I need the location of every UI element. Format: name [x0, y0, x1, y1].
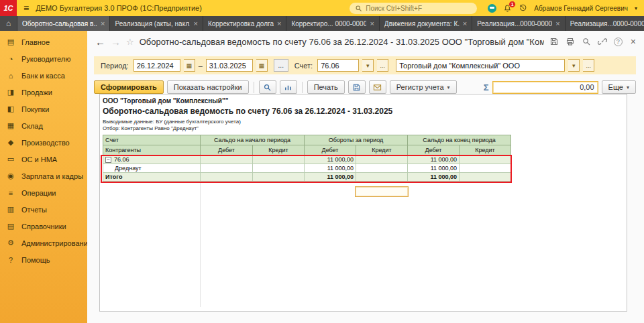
print-report-button[interactable]: Печать — [307, 80, 345, 94]
cell-turnover-debit[interactable]: 11 000,00 — [305, 164, 356, 173]
tab-correction-document[interactable]: Корректиро... 0000-000002 × — [286, 16, 379, 31]
tab-document-movements[interactable]: Движения документа: К... × — [380, 16, 472, 31]
help-button[interactable]: ? — [614, 38, 623, 46]
main-section-icon: ▤ — [6, 38, 15, 46]
tab-close-icon[interactable]: × — [463, 20, 467, 27]
tab-debt-correction[interactable]: Корректировка долга × — [203, 16, 287, 31]
cell-turnover-credit[interactable] — [356, 164, 408, 173]
find-in-report-button[interactable] — [259, 80, 276, 94]
forward-button: → — [111, 36, 121, 48]
selected-cell-indicator[interactable] — [355, 186, 409, 197]
generate-button[interactable]: Сформировать — [94, 80, 164, 94]
sidebar-item-label: ОС и НМА — [21, 155, 57, 164]
table-row-total[interactable]: Итого 11 000,00 11 000,00 — [103, 173, 511, 182]
cell-opening-credit[interactable] — [253, 173, 305, 182]
sidebar-item-directories[interactable]: ▤Справочники — [0, 218, 87, 235]
back-button[interactable]: ← — [95, 36, 105, 48]
cell-turnover-credit[interactable] — [356, 155, 408, 164]
sidebar-item-administration[interactable]: ⚙Администрирование — [0, 235, 87, 251]
production-icon: ◆ — [6, 138, 15, 147]
row-name: Дреднаут — [103, 164, 201, 173]
cell-closing-credit[interactable] — [460, 173, 511, 182]
tab-realization-acts[interactable]: Реализация (акты, накл... × — [110, 16, 203, 31]
get-link-button[interactable] — [598, 37, 607, 46]
tab-close-icon[interactable]: × — [277, 20, 281, 27]
organization-field[interactable]: Торговый дом "Комплексный" ООО — [396, 59, 565, 72]
tab-turnover-balance-sheet[interactable]: Оборотно-сальдовая в... × — [17, 16, 110, 31]
cell-closing-credit[interactable] — [460, 155, 511, 164]
cell-opening-debit[interactable] — [201, 173, 253, 182]
cell-opening-credit[interactable] — [253, 164, 305, 173]
reports-icon: ▥ — [6, 205, 15, 214]
sidebar-item-salary-hr[interactable]: ◉Зарплата и кадры — [0, 168, 87, 184]
calendar-icon[interactable]: ▦ — [256, 59, 268, 72]
cell-closing-debit[interactable]: 11 000,00 — [408, 164, 460, 173]
tab-close-icon[interactable]: × — [555, 20, 559, 27]
tab-close-icon[interactable]: × — [101, 20, 105, 27]
cell-closing-credit[interactable] — [460, 164, 511, 173]
tab-home[interactable]: ⌂ — [0, 16, 17, 31]
find-button[interactable] — [582, 37, 591, 46]
print-button[interactable] — [566, 37, 575, 46]
sidebar-item-sales[interactable]: ◨Продажи — [0, 84, 87, 101]
sidebar-item-purchases[interactable]: ◧Покупки — [0, 101, 87, 117]
search-input[interactable] — [366, 5, 472, 12]
sidebar-item-fixed-assets[interactable]: ▭ОС и НМА — [0, 151, 87, 168]
sidebar-item-reports[interactable]: ▥Отчеты — [0, 201, 87, 218]
cell-turnover-credit[interactable] — [356, 173, 408, 182]
bar-chart-icon — [284, 83, 292, 92]
header-credit: Кредит — [356, 145, 408, 155]
cell-opening-credit[interactable] — [253, 155, 305, 164]
date-from-field[interactable]: 26.12.2024 — [133, 59, 180, 72]
organization-dropdown-icon[interactable]: ▾ — [568, 59, 580, 72]
calendar-icon[interactable]: ▦ — [184, 59, 195, 72]
cell-opening-debit[interactable] — [201, 155, 253, 164]
collapse-group-icon[interactable]: − — [105, 157, 111, 163]
table-row-account[interactable]: −76.06 11 000,00 11 000,00 — [103, 155, 511, 164]
autosum-field[interactable]: 0,00 — [492, 81, 598, 94]
tab-realization-2[interactable]: Реализация...0000-000001 × — [566, 16, 644, 31]
table-row-counterparty[interactable]: Дреднаут 11 000,00 11 000,00 — [103, 164, 511, 173]
sidebar-item-production[interactable]: ◆Производство — [0, 134, 87, 151]
save-button[interactable] — [549, 37, 559, 46]
discussions-icon[interactable] — [488, 4, 496, 13]
close-report-button[interactable]: × — [631, 36, 636, 47]
account-dropdown-icon[interactable]: ▾ — [362, 59, 374, 72]
sidebar-item-warehouse[interactable]: ▦Склад — [0, 117, 87, 134]
accounting-register-button[interactable]: Регистр учета▾ — [390, 80, 457, 94]
cell-turnover-debit[interactable]: 11 000,00 — [305, 155, 356, 164]
cell-closing-debit[interactable]: 11 000,00 — [408, 173, 460, 182]
sidebar-item-operations[interactable]: ≡Операции — [0, 184, 87, 201]
sidebar-item-main[interactable]: ▤Главное — [0, 34, 87, 50]
notifications-button[interactable]: 1 — [503, 4, 512, 13]
favorite-star-icon[interactable]: ☆ — [126, 37, 134, 47]
header-account: Счет — [103, 135, 201, 145]
cell-opening-debit[interactable] — [201, 164, 253, 173]
organization-choose-button[interactable]: ... — [583, 59, 594, 72]
global-search[interactable] — [350, 3, 477, 14]
sidebar-item-help[interactable]: ?Помощь — [0, 251, 87, 268]
printer-icon — [566, 37, 575, 46]
send-email-button[interactable] — [369, 80, 386, 94]
show-settings-button[interactable]: Показать настройки — [167, 80, 249, 94]
period-options-button[interactable]: ... — [274, 59, 288, 72]
save-report-button[interactable] — [348, 80, 366, 94]
table-subheader-row: Контрагенты Дебет Кредит Дебет Кредит Де… — [103, 145, 511, 155]
expand-groups-button[interactable] — [280, 80, 297, 94]
cell-closing-debit[interactable]: 11 000,00 — [408, 155, 460, 164]
app-window: 1С ≡ ДЕМО Бухгалтерия 3.0 ПРОФ (1С:Предп… — [0, 0, 644, 323]
tab-close-icon[interactable]: × — [193, 20, 197, 27]
sidebar-item-bank-cash[interactable]: ⌂Банк и касса — [0, 67, 87, 84]
report-area[interactable]: ООО "Торговый дом "Комплексный"" Оборотн… — [99, 94, 627, 312]
account-field[interactable]: 76.06 — [317, 59, 359, 72]
tab-close-icon[interactable]: × — [370, 20, 374, 27]
tab-realization-1[interactable]: Реализация...0000-000001 × — [472, 16, 565, 31]
cell-turnover-debit[interactable]: 11 000,00 — [305, 173, 356, 182]
date-to-field[interactable]: 31.03.2025 — [206, 59, 253, 72]
more-button[interactable]: Еще▾ — [602, 80, 636, 94]
user-menu[interactable]: Абрамов Геннадий Сергеевич — [534, 5, 628, 12]
main-menu-button[interactable]: ≡ — [23, 3, 29, 13]
account-choose-button[interactable]: ... — [377, 59, 388, 72]
history-button[interactable] — [519, 3, 527, 13]
sidebar-item-manager[interactable]: ◔Руководителю — [0, 50, 87, 67]
